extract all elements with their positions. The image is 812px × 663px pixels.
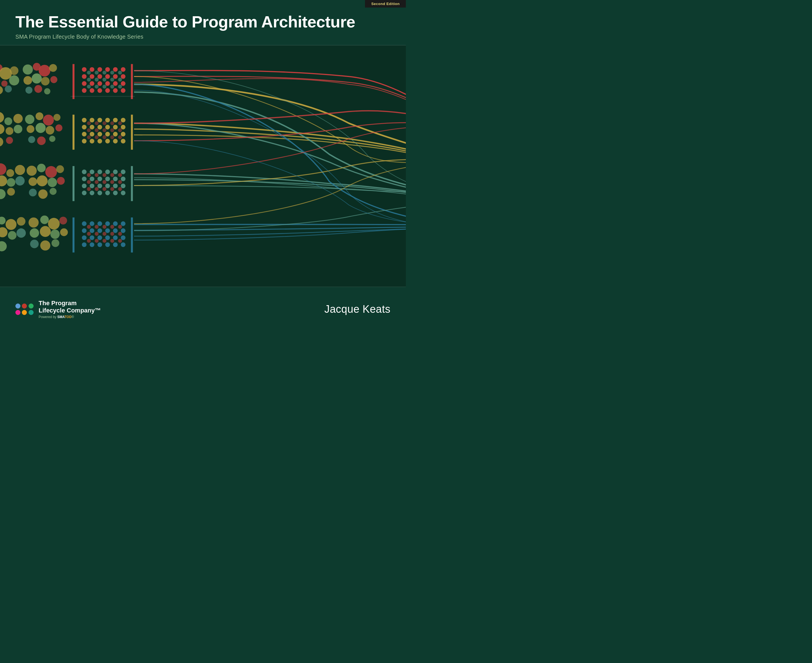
svg-rect-76 [71, 96, 135, 97]
svg-point-50 [105, 81, 110, 86]
svg-point-35 [82, 67, 87, 72]
book-title: The Essential Guide to Program Architect… [15, 13, 391, 31]
svg-point-73 [118, 84, 122, 89]
svg-point-267 [90, 228, 94, 233]
svg-point-47 [82, 81, 87, 86]
svg-point-144 [118, 128, 122, 132]
svg-point-49 [97, 81, 102, 86]
svg-rect-151 [131, 115, 133, 149]
svg-point-272 [82, 235, 87, 240]
svg-rect-150 [73, 115, 74, 149]
svg-point-143 [110, 128, 114, 132]
svg-point-121 [113, 125, 118, 129]
svg-point-105 [36, 123, 46, 133]
svg-point-224 [118, 187, 122, 191]
book-subtitle: SMA Program Lifecycle Body of Knowledge … [15, 34, 391, 40]
svg-point-213 [110, 173, 114, 177]
svg-point-135 [87, 121, 91, 125]
svg-point-206 [97, 191, 102, 196]
svg-point-253 [30, 228, 39, 238]
svg-point-242 [17, 217, 26, 226]
svg-point-292 [110, 232, 114, 236]
svg-point-108 [28, 136, 35, 143]
svg-point-190 [113, 170, 118, 174]
svg-point-166 [6, 169, 14, 177]
viz-canvas [0, 45, 406, 287]
svg-point-137 [102, 121, 107, 125]
svg-point-125 [97, 132, 102, 137]
svg-point-58 [121, 88, 126, 93]
svg-point-60 [95, 71, 98, 74]
svg-point-116 [121, 118, 126, 122]
svg-point-252 [59, 217, 67, 225]
svg-point-290 [95, 232, 98, 236]
svg-point-51 [113, 81, 118, 86]
svg-point-286 [102, 225, 107, 229]
company-name-line1: The Program Lifecycle Company™ [39, 299, 101, 314]
svg-point-283 [121, 242, 126, 247]
svg-point-132 [105, 139, 110, 144]
book-cover: Second Edition The Essential Guide to Pr… [0, 0, 406, 332]
svg-point-287 [110, 225, 114, 229]
svg-point-136 [95, 121, 98, 125]
svg-point-118 [90, 125, 94, 129]
svg-point-46 [121, 74, 126, 79]
svg-point-110 [49, 136, 55, 142]
svg-point-133 [113, 139, 118, 144]
svg-point-174 [7, 188, 15, 196]
svg-point-31 [50, 76, 57, 83]
svg-point-183 [29, 189, 37, 197]
svg-point-24 [23, 65, 33, 74]
svg-point-61 [102, 71, 107, 74]
svg-point-99 [6, 137, 13, 144]
svg-point-92 [13, 114, 23, 123]
svg-point-55 [97, 88, 102, 93]
svg-point-266 [82, 228, 87, 233]
svg-point-184 [38, 189, 48, 199]
svg-point-207 [105, 191, 110, 196]
svg-point-128 [121, 132, 126, 137]
svg-point-114 [105, 118, 110, 122]
svg-point-199 [90, 183, 94, 188]
svg-point-175 [27, 166, 37, 176]
svg-point-38 [105, 67, 110, 72]
svg-point-66 [102, 78, 107, 81]
svg-point-130 [90, 139, 94, 144]
svg-point-181 [48, 178, 57, 187]
svg-point-27 [49, 64, 57, 72]
svg-point-96 [14, 125, 23, 133]
svg-point-191 [121, 170, 126, 174]
svg-point-180 [37, 175, 48, 186]
svg-point-255 [50, 230, 60, 239]
svg-point-220 [87, 187, 91, 191]
svg-point-209 [121, 191, 126, 196]
svg-point-288 [118, 225, 122, 229]
svg-point-291 [102, 232, 107, 236]
svg-point-30 [41, 77, 50, 86]
svg-rect-300 [131, 217, 133, 252]
svg-point-26 [39, 65, 50, 76]
svg-point-198 [82, 183, 87, 188]
svg-point-53 [82, 88, 87, 93]
svg-point-124 [90, 132, 94, 137]
svg-point-278 [82, 242, 87, 247]
svg-rect-225 [73, 166, 74, 201]
svg-point-101 [36, 112, 44, 120]
svg-point-254 [40, 226, 51, 237]
svg-point-275 [105, 235, 110, 240]
svg-point-263 [105, 221, 110, 226]
svg-point-261 [90, 221, 94, 226]
svg-point-139 [118, 121, 122, 125]
svg-point-297 [110, 239, 114, 243]
svg-point-44 [105, 74, 110, 79]
svg-point-295 [95, 239, 98, 243]
svg-point-167 [15, 165, 25, 175]
svg-point-280 [97, 242, 102, 247]
svg-point-119 [97, 125, 102, 129]
svg-rect-226 [131, 166, 133, 201]
svg-point-279 [90, 242, 94, 247]
svg-point-23 [5, 86, 12, 92]
svg-point-201 [105, 183, 110, 188]
svg-rect-299 [73, 217, 74, 252]
svg-point-17 [10, 66, 18, 75]
